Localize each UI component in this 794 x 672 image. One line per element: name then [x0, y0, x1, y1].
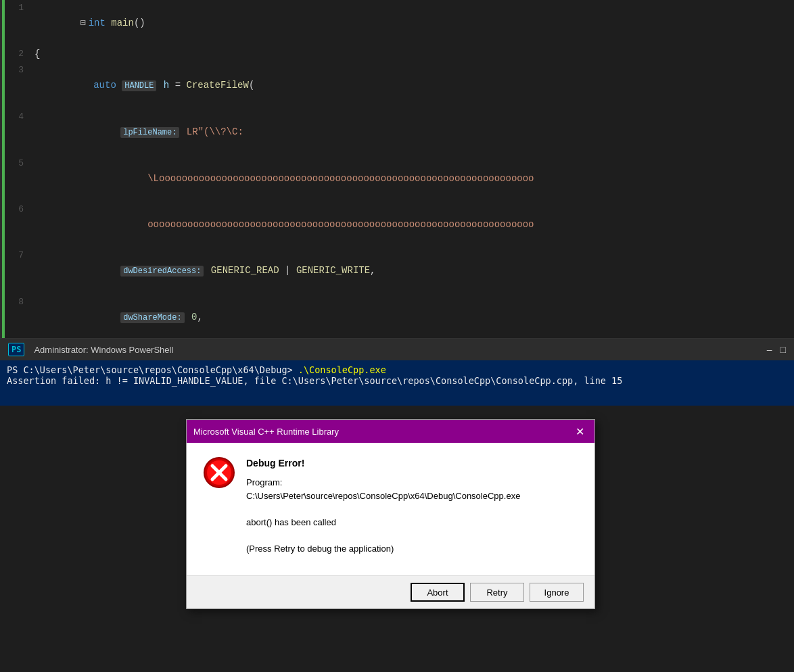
line-content-2: { — [29, 47, 794, 62]
line-number-6: 6 — [2, 202, 29, 217]
code-line-5: 5 \Loooooooooooooooooooooooooooooooooooo… — [2, 155, 794, 201]
abort-button[interactable]: Abort — [411, 583, 465, 602]
line-number-7: 7 — [2, 248, 29, 263]
code-line-8: 8 dwShareMode: 0, — [2, 294, 794, 338]
terminal-titlebar: PS Administrator: Windows PowerShell – □ — [0, 339, 794, 360]
error-title: Debug Error! — [246, 456, 520, 471]
code-line-7: 7 dwDesiredAccess: GENERIC_READ | GENERI… — [2, 247, 794, 294]
line-number-5: 5 — [2, 156, 29, 171]
program-path: C:\Users\Peter\source\repos\ConsoleCpp\x… — [246, 491, 520, 501]
share-mode-badge: dwShareMode: — [120, 312, 184, 323]
line-number-4: 4 — [2, 110, 29, 124]
line-content-6: oooooooooooooooooooooooooooooooooooooooo… — [29, 202, 794, 247]
terminal-title-left: PS Administrator: Windows PowerShell — [8, 343, 173, 356]
fold-icon-1[interactable]: ⊟ — [80, 18, 85, 28]
abort-message: abort() has been called — [246, 516, 520, 529]
line-number-3: 3 — [2, 63, 29, 78]
dialog-close-button[interactable]: ✕ — [571, 423, 588, 439]
retry-button[interactable]: Retry — [470, 583, 524, 602]
line-content-5: \Loooooooooooooooooooooooooooooooooooooo… — [29, 156, 794, 201]
terminal-body: PS C:\Users\Peter\source\repos\ConsoleCp… — [0, 360, 794, 390]
dialog-titlebar: Microsoft Visual C++ Runtime Library ✕ — [187, 420, 594, 443]
retry-message: (Press Retry to debug the application) — [246, 542, 520, 556]
line-content-7: dwDesiredAccess: GENERIC_READ | GENERIC_… — [29, 248, 794, 293]
line-content-3: auto HANDLE h = CreateFileW( — [29, 63, 794, 108]
desired-access-badge: dwDesiredAccess: — [120, 266, 204, 277]
code-line-4: 4 lpFileName: LR"(\\?\C: — [2, 109, 794, 155]
lpfilename-badge: lpFileName: — [120, 127, 179, 138]
error-icon — [203, 456, 235, 489]
line-number-2: 2 — [2, 47, 29, 62]
line-content-1: ⊟int main() — [29, 1, 794, 45]
error-svg — [203, 456, 235, 489]
error-dialog[interactable]: Microsoft Visual C++ Runtime Library ✕ D… — [186, 419, 595, 609]
line-content-8: dwShareMode: 0, — [29, 295, 794, 338]
code-line-2: 2 { — [2, 46, 794, 62]
program-label: Program: C:\Users\Peter\source\repos\Con… — [246, 476, 520, 502]
dialog-text: Debug Error! Program: C:\Users\Peter\sou… — [246, 456, 520, 555]
line-number-1: 1 — [2, 1, 29, 16]
code-line-3: 3 auto HANDLE h = CreateFileW( — [2, 62, 794, 109]
line-number-8: 8 — [2, 295, 29, 310]
ps-icon: PS — [8, 343, 24, 356]
terminal-line-1: PS C:\Users\Peter\source\repos\ConsoleCp… — [7, 364, 787, 375]
dialog-body: Debug Error! Program: C:\Users\Peter\sou… — [187, 443, 594, 575]
code-editor: 1 ⊟int main() 2 { 3 auto HANDLE h = Crea… — [0, 0, 794, 338]
handle-badge: HANDLE — [122, 80, 156, 91]
line-content-4: lpFileName: LR"(\\?\C: — [29, 110, 794, 155]
dialog-title: Microsoft Visual C++ Runtime Library — [193, 427, 339, 437]
terminal-panel: PS Administrator: Windows PowerShell – □… — [0, 338, 794, 406]
terminal-title: Administrator: Windows PowerShell — [34, 345, 173, 355]
terminal-controls[interactable]: – □ — [767, 344, 786, 355]
minimize-icon[interactable]: – — [767, 344, 772, 355]
green-indicator — [2, 0, 5, 338]
code-line-6: 6 oooooooooooooooooooooooooooooooooooooo… — [2, 201, 794, 247]
ignore-button[interactable]: Ignore — [530, 583, 584, 602]
terminal-line-2: Assertion failed: h != INVALID_HANDLE_VA… — [7, 375, 787, 386]
dialog-content-row: Debug Error! Program: C:\Users\Peter\sou… — [203, 456, 578, 555]
dialog-footer: Abort Retry Ignore — [187, 575, 594, 608]
maximize-icon[interactable]: □ — [780, 344, 786, 355]
code-area: 1 ⊟int main() 2 { 3 auto HANDLE h = Crea… — [0, 0, 794, 338]
code-line-1: 1 ⊟int main() — [2, 0, 794, 46]
